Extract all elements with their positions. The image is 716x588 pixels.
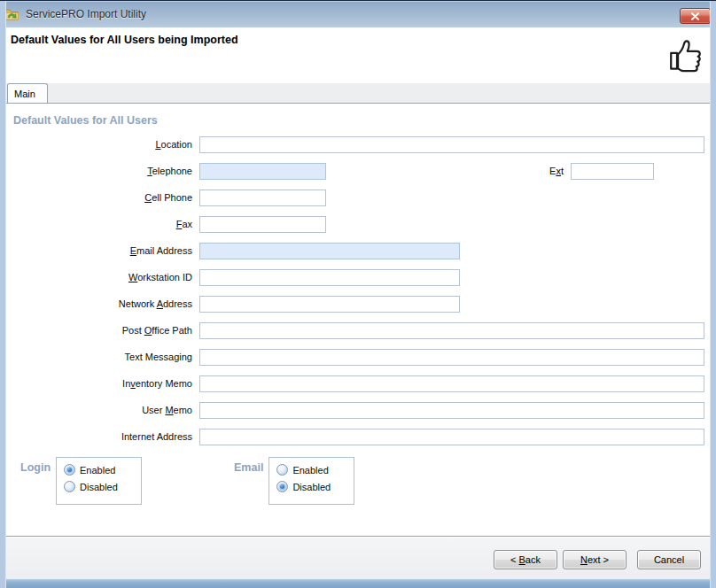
page-title: Default Values for All Users being Impor… bbox=[11, 34, 238, 46]
telephone-label: Telephone bbox=[13, 166, 192, 176]
email-enabled-radio[interactable] bbox=[276, 464, 288, 476]
post-office-path-label: Post Office Path bbox=[13, 325, 192, 336]
row-user-memo: User Memo bbox=[1, 397, 715, 423]
email-address-input[interactable] bbox=[199, 243, 460, 259]
row-telephone: Telephone Ext bbox=[1, 158, 715, 184]
title-bar: ServicePRO Import Utility bbox=[0, 1, 716, 27]
network-address-input[interactable] bbox=[199, 296, 460, 313]
import-utility-window: ServicePRO Import Utility Default Values… bbox=[0, 0, 716, 588]
telephone-input[interactable] bbox=[199, 163, 326, 180]
login-enabled-radio[interactable] bbox=[64, 464, 75, 476]
email-group-box: Enabled Disabled bbox=[268, 457, 354, 505]
internet-address-input[interactable] bbox=[199, 429, 704, 445]
user-memo-input[interactable] bbox=[199, 402, 704, 419]
login-disabled-option[interactable]: Disabled bbox=[64, 481, 141, 492]
email-group-label: Email bbox=[234, 461, 263, 474]
fax-label: Fax bbox=[13, 219, 192, 229]
email-disabled-label: Disabled bbox=[292, 482, 331, 492]
inventory-memo-input[interactable] bbox=[199, 375, 704, 392]
email-enabled-option[interactable]: Enabled bbox=[276, 464, 354, 476]
login-group-box: Enabled Disabled bbox=[56, 457, 142, 505]
user-memo-label: User Memo bbox=[13, 405, 192, 415]
location-label: Location bbox=[13, 139, 192, 150]
workstation-id-label: Workstation ID bbox=[13, 272, 192, 282]
row-post-office-path: Post Office Path bbox=[1, 317, 715, 344]
login-disabled-label: Disabled bbox=[80, 482, 118, 492]
row-fax: Fax bbox=[1, 211, 715, 237]
close-button[interactable] bbox=[680, 8, 711, 24]
radio-dot bbox=[67, 468, 72, 472]
app-icon bbox=[4, 7, 19, 21]
cancel-button[interactable]: Cancel bbox=[637, 550, 701, 569]
network-address-label: Network Address bbox=[13, 298, 192, 309]
login-enabled-label: Enabled bbox=[80, 465, 115, 476]
row-text-messaging: Text Messaging bbox=[1, 344, 715, 370]
window-bottom-border bbox=[0, 579, 716, 588]
email-disabled-radio[interactable] bbox=[276, 481, 288, 492]
email-enabled-label: Enabled bbox=[292, 465, 328, 476]
inventory-memo-label: Inventory Memo bbox=[13, 378, 192, 389]
fax-input[interactable] bbox=[199, 216, 326, 233]
row-workstation-id: Workstation ID bbox=[1, 264, 715, 290]
tab-strip: Main bbox=[0, 83, 716, 103]
row-email-address: Email Address bbox=[1, 237, 715, 264]
cell-phone-label: Cell Phone bbox=[13, 192, 192, 203]
text-messaging-input[interactable] bbox=[199, 349, 704, 366]
ext-input[interactable] bbox=[571, 163, 654, 180]
cell-phone-input[interactable] bbox=[199, 190, 326, 206]
login-group-label: Login bbox=[20, 461, 51, 474]
email-disabled-option[interactable]: Disabled bbox=[276, 481, 354, 492]
row-network-address: Network Address bbox=[1, 290, 715, 317]
location-input[interactable] bbox=[199, 136, 704, 153]
next-button[interactable]: Next > bbox=[563, 550, 626, 569]
row-inventory-memo: Inventory Memo bbox=[1, 370, 715, 397]
login-enabled-option[interactable]: Enabled bbox=[64, 464, 141, 476]
ext-label: Ext bbox=[549, 166, 564, 176]
radio-section: Login Enabled Disabled Email Enabled bbox=[1, 457, 715, 505]
tab-main-label: Main bbox=[14, 89, 35, 99]
workstation-id-input[interactable] bbox=[199, 269, 460, 286]
tab-main[interactable]: Main bbox=[7, 83, 48, 103]
internet-address-label: Internet Address bbox=[13, 431, 192, 442]
text-messaging-label: Text Messaging bbox=[13, 352, 192, 362]
main-tab-panel: Default Values for All Users Location Te… bbox=[0, 103, 716, 537]
row-location: Location bbox=[1, 131, 715, 158]
thumbs-up-icon bbox=[666, 33, 707, 77]
close-icon bbox=[690, 12, 700, 20]
section-title: Default Values for All Users bbox=[13, 114, 715, 127]
radio-dot bbox=[280, 484, 284, 489]
post-office-path-input[interactable] bbox=[199, 322, 704, 339]
row-cell-phone: Cell Phone bbox=[1, 184, 715, 211]
login-disabled-radio[interactable] bbox=[64, 481, 75, 492]
footer-bar: < Back Next > Cancel bbox=[0, 537, 716, 580]
wizard-header: Default Values for All Users being Impor… bbox=[0, 27, 716, 83]
back-button[interactable]: < Back bbox=[494, 550, 557, 569]
row-internet-address: Internet Address bbox=[1, 423, 715, 450]
window-title: ServicePRO Import Utility bbox=[26, 8, 146, 20]
email-address-label: Email Address bbox=[13, 245, 192, 256]
